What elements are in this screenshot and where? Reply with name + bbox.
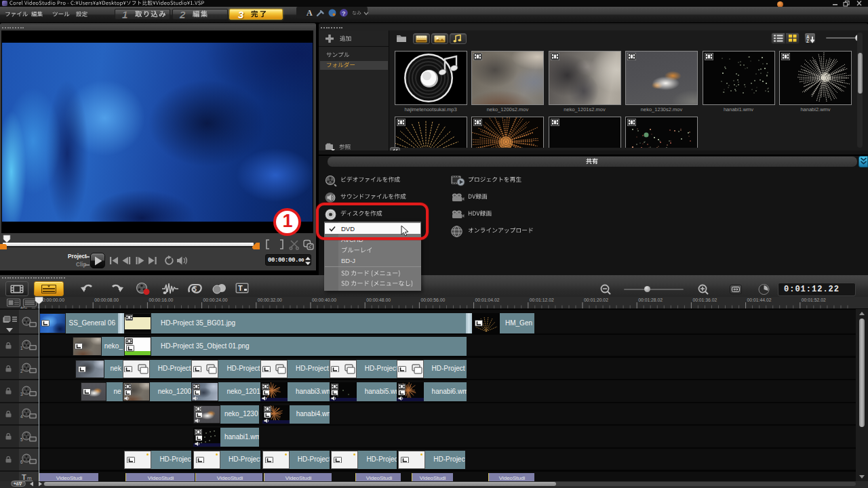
svg-text:00:01:36.02: 00:01:36.02	[692, 298, 717, 302]
svg-text:00:00:40.00: 00:00:40.00	[312, 298, 336, 302]
svg-text:00:00:32.00: 00:00:32.00	[258, 298, 282, 302]
svg-text:00:00:16.00: 00:00:16.00	[149, 298, 173, 302]
svg-text:00:01:20.02: 00:01:20.02	[584, 298, 608, 302]
svg-text:00:00:24.00: 00:00:24.00	[203, 298, 228, 302]
svg-text:m: m	[27, 475, 32, 481]
svg-text:00:01:44.02: 00:01:44.02	[747, 298, 772, 302]
svg-text:00:01:52.02: 00:01:52.02	[802, 298, 826, 302]
svg-text:00:00:08.00: 00:00:08.00	[94, 298, 119, 302]
svg-text:00:00:56.00: 00:00:56.00	[420, 298, 445, 302]
svg-text:00:01:28.02: 00:01:28.02	[638, 298, 663, 302]
svg-text:00:00:48.00: 00:00:48.00	[366, 298, 391, 302]
svg-text:00:01:04.02: 00:01:04.02	[475, 298, 500, 302]
svg-text:00:01:12.02: 00:01:12.02	[530, 298, 554, 302]
